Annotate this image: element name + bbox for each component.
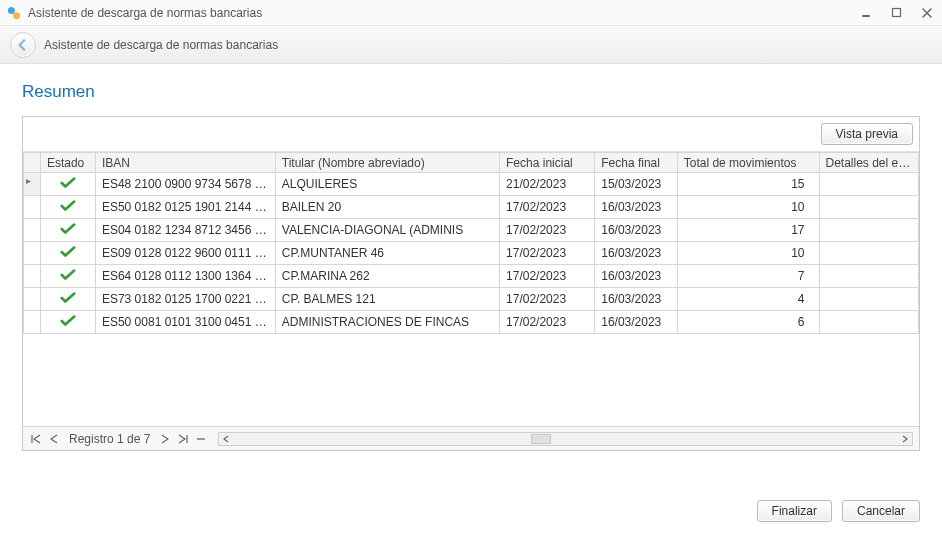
nav-last-icon[interactable] (176, 432, 190, 446)
table-row[interactable]: ES50 0182 0125 1901 2144 4444BAILEN 2017… (24, 196, 919, 219)
header-total[interactable]: Total de movimientos (677, 153, 819, 173)
header-iban[interactable]: IBAN (95, 153, 275, 173)
preview-button[interactable]: Vista previa (821, 123, 913, 145)
grid[interactable]: Estado IBAN Titular (Nombre abreviado) F… (23, 152, 919, 426)
cell-fecha-final: 16/03/2023 (595, 311, 678, 334)
cell-titular: VALENCIA-DIAGONAL (ADMINIS (275, 219, 499, 242)
cell-estado (40, 196, 95, 219)
nav-next-icon[interactable] (158, 432, 172, 446)
cell-iban: ES04 0182 1234 8712 3456 7899 (95, 219, 275, 242)
svg-rect-2 (862, 15, 870, 17)
scroll-right-icon[interactable] (898, 433, 912, 445)
row-selector[interactable] (24, 219, 41, 242)
summary-panel: Vista previa Estado IBAN Titular (Nombre… (22, 116, 920, 451)
cell-detalles (819, 196, 919, 219)
window-title: Asistente de descarga de normas bancaria… (28, 6, 858, 20)
dialog-footer: Finalizar Cancelar (757, 500, 920, 522)
cell-iban: ES48 2100 0900 9734 5678 9012 (95, 173, 275, 196)
record-navigator: Registro 1 de 7 (23, 426, 919, 450)
back-button[interactable] (10, 32, 36, 58)
cell-fecha-inicial: 21/02/2023 (500, 173, 595, 196)
cell-fecha-final: 16/03/2023 (595, 242, 678, 265)
check-icon (60, 267, 76, 283)
cell-detalles (819, 288, 919, 311)
cell-estado (40, 242, 95, 265)
nav-first-icon[interactable] (29, 432, 43, 446)
check-icon (60, 198, 76, 214)
cell-fecha-final: 16/03/2023 (595, 265, 678, 288)
cell-iban: ES50 0182 0125 1901 2144 4444 (95, 196, 275, 219)
table-row[interactable]: ES64 0128 0112 1300 1364 2587CP.MARINA 2… (24, 265, 919, 288)
scroll-left-icon[interactable] (219, 433, 233, 445)
header-estado[interactable]: Estado (40, 153, 95, 173)
check-icon (60, 313, 76, 329)
cell-total: 4 (677, 288, 819, 311)
check-icon (60, 244, 76, 260)
wizard-title: Asistente de descarga de normas bancaria… (44, 38, 278, 52)
row-selector[interactable] (24, 242, 41, 265)
header-fecha-inicial[interactable]: Fecha inicial (500, 153, 595, 173)
panel-toolbar: Vista previa (23, 117, 919, 152)
cell-iban: ES09 0128 0122 9600 0111 8444 (95, 242, 275, 265)
header-titular[interactable]: Titular (Nombre abreviado) (275, 153, 499, 173)
cell-fecha-final: 16/03/2023 (595, 196, 678, 219)
titlebar: Asistente de descarga de normas bancaria… (0, 0, 942, 26)
cell-detalles (819, 173, 919, 196)
table-row[interactable]: ES50 0081 0101 3100 0451 5102ADMINISTRAC… (24, 311, 919, 334)
row-selector[interactable] (24, 288, 41, 311)
cell-total: 10 (677, 196, 819, 219)
header-fecha-final[interactable]: Fecha final (595, 153, 678, 173)
cell-fecha-inicial: 17/02/2023 (500, 265, 595, 288)
finish-button[interactable]: Finalizar (757, 500, 832, 522)
nav-minus-icon[interactable] (194, 432, 208, 446)
cell-total: 6 (677, 311, 819, 334)
cell-detalles (819, 311, 919, 334)
scroll-thumb[interactable] (531, 434, 551, 444)
cell-estado (40, 219, 95, 242)
cell-iban: ES64 0128 0112 1300 1364 2587 (95, 265, 275, 288)
cell-titular: CP.MARINA 262 (275, 265, 499, 288)
cell-detalles (819, 265, 919, 288)
close-button[interactable] (918, 6, 936, 20)
horizontal-scrollbar[interactable] (218, 432, 913, 446)
cell-total: 7 (677, 265, 819, 288)
check-icon (60, 221, 76, 237)
cell-fecha-inicial: 17/02/2023 (500, 196, 595, 219)
table-row[interactable]: ES09 0128 0122 9600 0111 8444CP.MUNTANER… (24, 242, 919, 265)
header-detalles[interactable]: Detalles del error (819, 153, 919, 173)
cell-titular: BAILEN 20 (275, 196, 499, 219)
cell-titular: CP.MUNTANER 46 (275, 242, 499, 265)
record-label: Registro 1 de 7 (69, 432, 150, 446)
header-row: Estado IBAN Titular (Nombre abreviado) F… (24, 153, 919, 173)
cell-detalles (819, 219, 919, 242)
cell-fecha-inicial: 17/02/2023 (500, 288, 595, 311)
cell-total: 10 (677, 242, 819, 265)
row-selector[interactable] (24, 173, 41, 196)
check-icon (60, 290, 76, 306)
cell-fecha-final: 16/03/2023 (595, 219, 678, 242)
cell-estado (40, 288, 95, 311)
cell-titular: CP. BALMES 121 (275, 288, 499, 311)
cell-fecha-inicial: 17/02/2023 (500, 219, 595, 242)
minimize-button[interactable] (858, 6, 876, 20)
svg-rect-4 (197, 438, 205, 440)
svg-point-1 (13, 12, 20, 19)
cell-titular: ADMINISTRACIONES DE FINCAS (275, 311, 499, 334)
table-row[interactable]: ES73 0182 0125 1700 0221 4444CP. BALMES … (24, 288, 919, 311)
window-controls (858, 6, 936, 20)
cancel-button[interactable]: Cancelar (842, 500, 920, 522)
cell-fecha-final: 15/03/2023 (595, 173, 678, 196)
nav-prev-icon[interactable] (47, 432, 61, 446)
cell-estado (40, 265, 95, 288)
row-selector[interactable] (24, 196, 41, 219)
header-selector[interactable] (24, 153, 41, 173)
check-icon (60, 175, 76, 191)
cell-iban: ES73 0182 0125 1700 0221 4444 (95, 288, 275, 311)
table-row[interactable]: ES48 2100 0900 9734 5678 9012ALQUILERES2… (24, 173, 919, 196)
app-icon (6, 5, 22, 21)
row-selector[interactable] (24, 265, 41, 288)
maximize-button[interactable] (888, 6, 906, 20)
row-selector[interactable] (24, 311, 41, 334)
cell-total: 17 (677, 219, 819, 242)
table-row[interactable]: ES04 0182 1234 8712 3456 7899VALENCIA-DI… (24, 219, 919, 242)
